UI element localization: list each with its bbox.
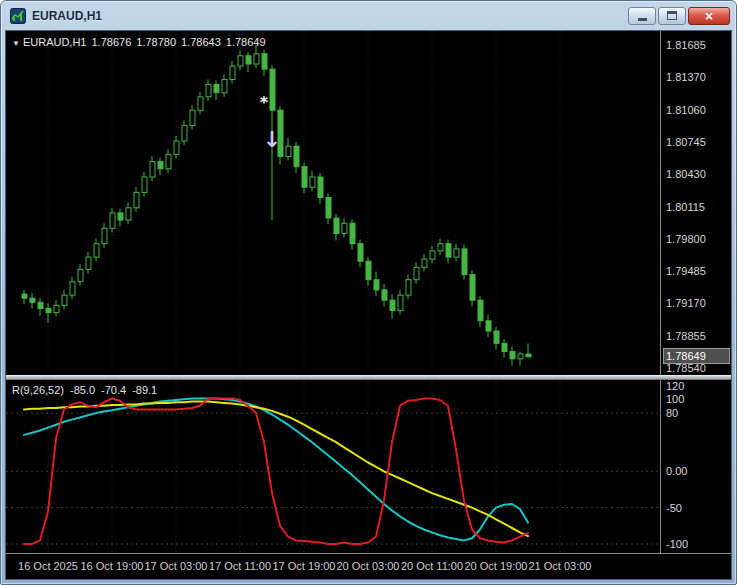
minimize-icon: [638, 18, 647, 21]
window-title: EURAUD,H1: [32, 9, 628, 23]
indicator-name: R(9,26,52): [12, 384, 64, 396]
price-axis-label: 1.80115: [666, 201, 705, 213]
price-axis-label: 1.81060: [666, 104, 706, 116]
minimize-button[interactable]: [628, 7, 656, 25]
maximize-button[interactable]: [658, 7, 686, 25]
indicator-axis-label: -100: [666, 538, 688, 550]
star-marker[interactable]: *: [260, 93, 269, 112]
indicator-axis[interactable]: 120100800.00-50-100: [660, 380, 732, 553]
collapse-triangle-icon[interactable]: ▼: [12, 39, 20, 48]
indicator-axis-label: 120: [666, 380, 684, 392]
header-close: 1.78649: [226, 36, 266, 48]
maximize-icon: [667, 11, 677, 20]
header-high: 1.78780: [136, 36, 176, 48]
indicator-value-3: -89.1: [132, 384, 157, 396]
header-low: 1.78643: [181, 36, 221, 48]
price-axis-label: 1.79800: [666, 233, 706, 245]
price-axis[interactable]: 1.816851.813701.810601.807451.804301.801…: [660, 31, 732, 375]
header-symbol-period: EURAUD,H1: [23, 36, 87, 48]
chart-client-area: *↓ ▼EURAUD,H11.786761.787801.786431.7864…: [5, 30, 732, 580]
time-axis[interactable]: 16 Oct 202516 Oct 19:0017 Oct 03:0017 Oc…: [6, 553, 732, 580]
indicator-axis-label: 0.00: [666, 465, 687, 477]
chart-grid: *↓ ▼EURAUD,H11.786761.787801.786431.7864…: [6, 31, 732, 580]
candlestick-chart[interactable]: *↓: [6, 31, 660, 375]
titlebar[interactable]: EURAUD,H1 ×: [1, 1, 736, 28]
price-axis-label: 1.79485: [666, 265, 706, 277]
current-price-tag: 1.78649: [663, 348, 730, 364]
time-axis-label: 21 Oct 03:00: [510, 560, 610, 572]
price-axis-label: 1.81685: [666, 39, 706, 51]
line2-cyan: [24, 399, 528, 541]
indicator-header: R(9,26,52)-85.0-70.4-89.1: [12, 384, 157, 396]
indicator-axis-label: 80: [666, 407, 678, 419]
price-axis-label: 1.79170: [666, 297, 706, 309]
price-chart-pane[interactable]: *↓ ▼EURAUD,H11.786761.787801.786431.7864…: [6, 31, 660, 375]
header-open: 1.78676: [92, 36, 132, 48]
price-axis-label: 1.80430: [666, 168, 706, 180]
price-axis-label: 1.80745: [666, 136, 706, 148]
ohlc-header: ▼EURAUD,H11.786761.787801.786431.78649: [12, 36, 266, 48]
indicator-value-2: -70.4: [101, 384, 126, 396]
price-axis-label: 1.78855: [666, 330, 706, 342]
indicator-pane[interactable]: R(9,26,52)-85.0-70.4-89.1: [6, 380, 660, 553]
price-axis-label: 1.81370: [666, 71, 706, 83]
indicator-axis-label: -50: [666, 502, 682, 514]
oscillator-chart[interactable]: [6, 380, 660, 553]
line3-yellow: [24, 402, 528, 537]
indicator-value-1: -85.0: [70, 384, 95, 396]
sell-arrow[interactable]: ↓: [263, 127, 281, 152]
window-controls: ×: [628, 7, 730, 25]
mt4-chart-window: EURAUD,H1 × *↓ ▼EURAUD,H11.786761.787801…: [0, 0, 737, 585]
indicator-axis-label: 100: [666, 393, 684, 405]
chart-window-icon: [10, 8, 26, 24]
close-button[interactable]: ×: [688, 7, 730, 25]
